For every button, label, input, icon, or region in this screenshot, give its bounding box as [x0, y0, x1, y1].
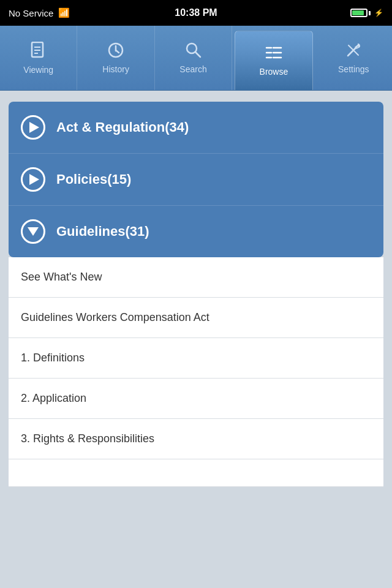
category-policies[interactable]: Policies(15): [9, 154, 383, 206]
tab-search[interactable]: Search: [155, 26, 232, 90]
svg-line-6: [116, 50, 119, 53]
svg-line-8: [195, 52, 200, 57]
tab-history[interactable]: History: [77, 26, 154, 90]
tab-browse-label: Browse: [260, 67, 288, 77]
charging-icon: ⚡: [374, 9, 383, 17]
category-act-label: Act & Regulation(34): [56, 119, 189, 135]
wrench-icon: [345, 42, 361, 61]
sub-item-application[interactable]: 2. Application: [9, 379, 383, 419]
wifi-icon: 📶: [58, 7, 70, 18]
sub-item-definitions[interactable]: 1. Definitions: [9, 338, 383, 379]
sub-item-see-whats-new[interactable]: See What's New: [9, 257, 383, 298]
sub-item-rights-responsibilities[interactable]: 3. Rights & Responsibilities: [9, 419, 383, 459]
tab-settings[interactable]: Settings: [315, 26, 392, 90]
play-icon-policies: [21, 167, 45, 192]
time-display: 10:38 PM: [175, 7, 217, 18]
sub-item-label: 2. Application: [21, 392, 86, 405]
signal-text: No Service: [9, 8, 53, 18]
sub-item-label: 1. Definitions: [21, 352, 85, 364]
search-icon: [186, 42, 202, 61]
doc-icon: [31, 42, 47, 61]
tab-history-label: History: [102, 64, 129, 74]
battery-indicator: [350, 9, 371, 17]
tab-settings-label: Settings: [338, 64, 369, 74]
down-icon-guidelines: [21, 219, 45, 244]
sub-item-label: 3. Rights & Responsibilities: [21, 432, 154, 445]
tab-viewing-label: Viewing: [23, 65, 53, 75]
list-icon: [265, 45, 282, 63]
content-area: Act & Regulation(34) Policies(15) Guidel…: [0, 91, 392, 487]
play-icon-act: [21, 115, 45, 140]
sub-item-label: See What's New: [21, 271, 102, 284]
category-act-regulation[interactable]: Act & Regulation(34): [9, 102, 383, 154]
category-policies-label: Policies(15): [56, 172, 131, 187]
sub-item-list: See What's New Guidelines Workers Compen…: [9, 257, 383, 487]
tab-viewing[interactable]: Viewing: [0, 26, 77, 90]
tab-browse[interactable]: Browse: [235, 31, 312, 90]
sub-item-label: Guidelines Workers Compensation Act: [21, 311, 209, 324]
sub-item-partial: [9, 459, 383, 487]
sub-item-guidelines-workers[interactable]: Guidelines Workers Compensation Act: [9, 298, 383, 338]
category-guidelines[interactable]: Guidelines(31): [9, 206, 383, 257]
nav-tabs: Viewing History Search: [0, 26, 392, 91]
category-guidelines-label: Guidelines(31): [56, 224, 149, 239]
clock-icon: [108, 42, 124, 61]
tab-search-label: Search: [179, 64, 206, 74]
status-bar: No Service 📶 10:38 PM ⚡: [0, 0, 392, 26]
category-list: Act & Regulation(34) Policies(15) Guidel…: [9, 102, 383, 257]
